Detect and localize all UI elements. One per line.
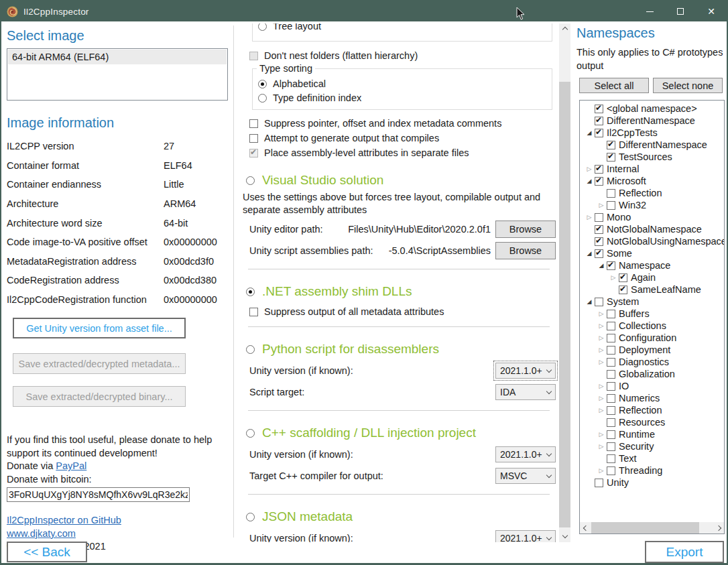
tree-checkbox[interactable] [607,189,615,198]
tree-item-label[interactable]: Some [607,248,632,259]
suppress-metadata-attrs-checkbox[interactable] [249,308,258,316]
tree-expander-icon[interactable]: ▷ [596,356,607,368]
save-binary-button[interactable]: Save extracted/decrypted binary... [13,386,186,407]
tree-checkbox[interactable] [607,141,615,149]
tree-item-label[interactable]: Security [619,441,654,452]
tree-item-label[interactable]: Internal [607,164,639,174]
maximize-button[interactable] [665,1,696,21]
tree-item[interactable]: DifferentNamespace [580,139,724,151]
tree-item[interactable]: ▷Security [580,440,724,452]
tree-item[interactable]: ▷Threading [580,464,724,477]
tree-expander-icon[interactable]: ▷ [596,320,607,332]
tree-item[interactable]: ◢Some [580,247,724,259]
python-unity-version-dropdown[interactable]: 2021.1.0+ [495,363,556,379]
json-unity-version-dropdown[interactable]: 2021.1.0+ [495,530,556,542]
script-target-dropdown[interactable]: IDA [495,384,556,400]
vs-solution-title[interactable]: Visual Studio solution [262,173,383,188]
tree-item[interactable]: ◢Il2CppTests [580,127,724,139]
type-definition-index-label[interactable]: Type definition index [273,92,361,103]
tree-expander-icon[interactable]: ▷ [584,211,595,223]
tree-item[interactable]: ▷Diagnostics [580,356,724,368]
unity-editor-path-field[interactable]: Files\Unity\Hub\Editor\2020.2.0f1 [348,224,491,235]
tree-item-label[interactable]: <global namespace> [607,103,697,114]
scroll-down-button[interactable] [559,531,570,542]
tree-checkbox[interactable] [619,286,627,294]
tree-expander-icon[interactable]: ◢ [596,259,607,271]
tree-checkbox[interactable] [607,261,615,270]
tree-item[interactable]: ▷Internal [580,163,724,175]
tree-item-label[interactable]: Mono [607,212,631,223]
tree-horizontal-scrollbar[interactable] [580,522,724,533]
tree-item-label[interactable]: NotGlobalNamespace [607,224,702,235]
back-button[interactable]: << Back [7,542,87,562]
tree-checkbox[interactable] [607,201,615,210]
tree-item-label[interactable]: Namespace [619,260,670,271]
tree-item-label[interactable]: Win32 [619,200,646,210]
tree-expander-icon[interactable]: ▷ [596,308,607,320]
tree-item[interactable]: ◢Namespace [580,259,724,271]
tree-item[interactable]: ▷Win32 [580,199,724,211]
cpp-scaffolding-title[interactable]: C++ scaffolding / DLL injection project [262,426,476,440]
tree-item-label[interactable]: Runtime [619,429,655,440]
tree-checkbox[interactable] [595,117,603,125]
scrollbar-thumb[interactable] [591,522,699,533]
tree-item[interactable]: TestSources [580,151,724,163]
tree-item[interactable]: ▷Configuration [580,332,724,344]
tree-checkbox[interactable] [595,225,603,234]
tree-checkbox[interactable] [607,394,615,403]
tree-item-label[interactable]: SameLeafName [631,284,701,295]
tree-item-label[interactable]: Buffers [619,308,650,319]
tree-item[interactable]: Text [580,452,724,464]
tree-item-label[interactable]: Reflection [619,405,662,416]
vs-solution-radio[interactable] [246,176,255,185]
tree-item[interactable]: ▷Mono [580,211,724,223]
tree-checkbox[interactable] [607,358,615,367]
tree-expander-icon[interactable]: ◢ [584,175,595,187]
minimize-button[interactable] [634,1,665,21]
scroll-left-button[interactable] [580,522,591,533]
tree-checkbox[interactable] [607,382,615,391]
tree-checkbox[interactable] [607,370,615,379]
website-link[interactable]: www.djkaty.com [7,528,76,539]
tree-item-label[interactable]: Diagnostics [619,357,669,367]
python-script-title[interactable]: Python script for disassemblers [262,342,439,357]
shim-dlls-radio[interactable] [246,288,255,296]
script-assemblies-path-field[interactable]: -5.0.4\ScriptAssemblies [389,245,491,256]
tree-expander-icon[interactable]: ▷ [608,271,619,284]
tree-expander-icon[interactable]: ▷ [596,392,607,404]
image-listbox[interactable]: 64-bit ARM64 (ELF64) [7,48,228,101]
scroll-up-button[interactable] [559,23,570,35]
github-link[interactable]: Il2CppInspector on GitHub [7,515,121,525]
tree-checkbox[interactable] [619,273,627,282]
tree-item-label[interactable]: TestSources [619,151,672,162]
tree-checkbox[interactable] [607,430,615,439]
tree-checkbox[interactable] [595,249,603,258]
tree-expander-icon[interactable]: ◢ [584,247,595,259]
shim-dlls-title[interactable]: .NET assembly shim DLLs [262,284,412,299]
tree-expander-icon[interactable]: ▷ [596,464,607,477]
tree-checkbox[interactable] [607,418,615,427]
tree-item-label[interactable]: Il2CppTests [607,127,658,138]
tree-checkbox[interactable] [595,237,603,246]
tree-checkbox[interactable] [607,322,615,330]
cpp-scaffolding-radio[interactable] [246,429,255,438]
bitcoin-address-input[interactable] [7,487,190,502]
tree-item[interactable]: Resources [580,416,724,428]
tree-item-label[interactable]: Configuration [619,332,676,343]
tree-item[interactable]: ▷Numerics [580,392,724,404]
tree-item[interactable]: NotGlobalUsingNamespace [580,235,724,247]
tree-item[interactable]: Globalization [580,368,724,380]
tree-item[interactable]: Reflection [580,187,724,199]
tree-item-label[interactable]: Threading [619,465,662,476]
tree-expander-icon[interactable]: ▷ [584,163,595,175]
select-none-button[interactable]: Select none [653,78,723,93]
alphabetical-radio[interactable] [258,80,267,88]
tree-item[interactable]: ▷IO [580,380,724,392]
tree-checkbox[interactable] [607,442,615,451]
save-metadata-button[interactable]: Save extracted/decrypted metadata... [13,353,186,374]
flatten-checkbox[interactable] [249,52,258,60]
tree-item-label[interactable]: Numerics [619,393,660,403]
tree-item-label[interactable]: Deployment [619,344,670,355]
separate-files-label[interactable]: Place assembly-level attributes in separ… [264,147,469,158]
tree-item-label[interactable]: DifferentNamespace [607,115,695,126]
